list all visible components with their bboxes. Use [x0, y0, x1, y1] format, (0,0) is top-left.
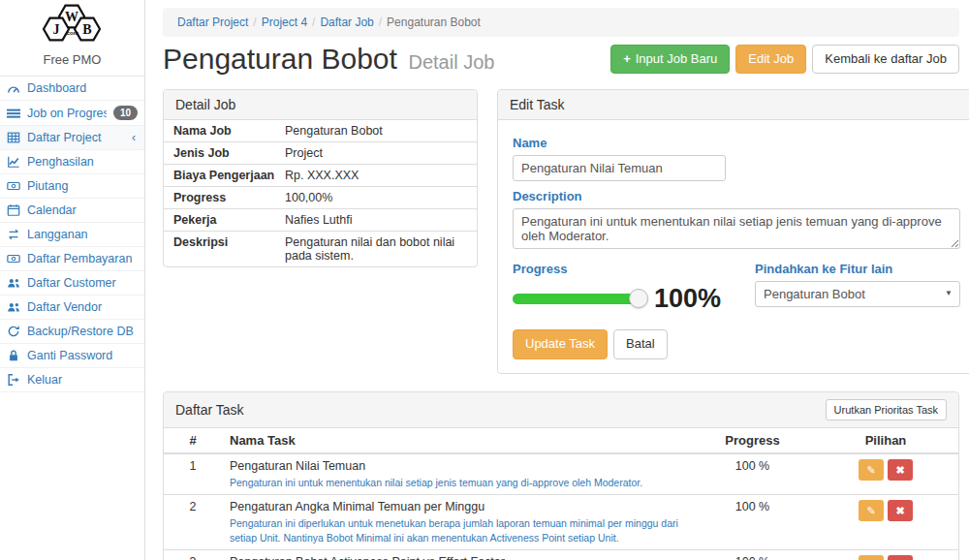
close-icon: ✖ — [895, 464, 904, 477]
delete-task-button[interactable]: ✖ — [888, 555, 913, 560]
detail-value: Rp. XXX.XXX — [285, 169, 467, 182]
sidebar-item-keluar[interactable]: Keluar — [0, 368, 144, 392]
money-icon — [7, 252, 20, 265]
table-row: 1 Pengaturan Nilai Temuan Pengaturan ini… — [164, 453, 958, 495]
input-job-baru-button[interactable]: +Input Job Baru — [610, 45, 730, 75]
detail-row: Pekerja Nafies Luthfi — [164, 209, 477, 232]
edit-job-button[interactable]: Edit Job — [735, 45, 806, 75]
move-feature-select[interactable]: Pengaturan Bobot — [755, 281, 960, 307]
sidebar-item-ganti-password[interactable]: Ganti Password — [0, 344, 144, 368]
sidebar-item-label: Langganan — [27, 228, 141, 241]
sidebar-item-langganan[interactable]: Langganan — [0, 223, 144, 247]
page-title-group: Pengaturan Bobot Detail Job — [163, 43, 494, 76]
edit-task-title: Edit Task — [510, 97, 565, 112]
daftar-task-panel: Daftar Task Urutkan Prioritas Task # Nam… — [163, 391, 959, 560]
breadcrumb-link-daftar-project[interactable]: Daftar Project — [177, 16, 248, 29]
task-progress: 100 % — [692, 453, 813, 495]
sidebar-item-daftar-project[interactable]: Daftar Project ‹ — [0, 126, 144, 150]
detail-label: Deskripsi — [173, 235, 285, 263]
tasks-icon — [7, 107, 20, 120]
jwb-logo-icon: W J B .com — [37, 4, 109, 47]
brand-name: Free PMO — [0, 52, 144, 67]
sidebar-item-backup-restore[interactable]: Backup/Restore DB — [0, 320, 144, 344]
urutkan-prioritas-task-button-top[interactable]: Urutkan Prioritas Task — [826, 399, 947, 420]
breadcrumb-separator: / — [374, 16, 387, 29]
sidebar-item-label: Keluar — [27, 373, 141, 387]
sidebar-item-calendar[interactable]: Calendar — [0, 199, 144, 223]
logo-area: W J B .com Free PMO — [0, 0, 144, 67]
refresh-icon — [7, 325, 20, 338]
users-icon — [7, 276, 20, 290]
detail-value: Project — [285, 146, 467, 160]
svg-text:.com: .com — [64, 30, 78, 36]
breadcrumb-link-daftar-job[interactable]: Daftar Job — [320, 16, 373, 29]
breadcrumb-separator: / — [248, 16, 261, 29]
delete-task-button[interactable]: ✖ — [888, 500, 913, 521]
edit-task-button[interactable]: ✎ — [859, 500, 884, 521]
sidebar-item-label: Daftar Vendor — [27, 300, 141, 314]
detail-job-panel-heading: Detail Job — [164, 90, 477, 120]
delete-task-button[interactable]: ✖ — [888, 459, 913, 481]
sidebar-item-label: Ganti Password — [27, 349, 141, 362]
sidebar-item-daftar-pembayaran[interactable]: Daftar Pembayaran — [0, 247, 144, 271]
sidebar-item-label: Dashboard — [27, 81, 141, 95]
edit-task-panel-heading: Edit Task — [498, 90, 969, 120]
sidebar-item-job-on-progress[interactable]: Job on Progress 10 — [0, 101, 144, 126]
task-name: Pengaturan Angka Minimal Temuan per Ming… — [230, 500, 684, 513]
task-name: Pengaturan Bobot Activeness Point vs Eff… — [230, 555, 684, 560]
breadcrumb: Daftar Project/Project 4/Daftar Job/Peng… — [163, 8, 959, 37]
task-name: Pengaturan Nilai Temuan — [230, 459, 684, 473]
chart-line-icon — [7, 155, 20, 169]
column-header-name: Nama Task — [222, 428, 692, 453]
sidebar-item-penghasilan[interactable]: Penghasilan — [0, 150, 144, 174]
table-row: 2 Pengaturan Angka Minimal Temuan per Mi… — [164, 495, 958, 549]
detail-value: Pengaturan Bobot — [285, 124, 467, 138]
detail-job-panel: Detail Job Nama Job Pengaturan Bobot Jen… — [163, 89, 478, 267]
sidebar-item-daftar-customer[interactable]: Daftar Customer — [0, 271, 144, 296]
pencil-icon: ✎ — [866, 505, 875, 517]
sidebar-item-label: Piutang — [27, 179, 141, 193]
sidebar-item-label: Daftar Project — [27, 131, 125, 144]
edit-task-button[interactable]: ✎ — [859, 459, 884, 481]
detail-label: Pekerja — [173, 213, 285, 227]
sidebar-item-piutang[interactable]: Piutang — [0, 174, 144, 199]
task-name-input[interactable] — [513, 155, 726, 181]
description-label: Description — [513, 189, 960, 203]
task-description: Pengaturan ini untuk menentukan nilai se… — [230, 476, 684, 489]
svg-text:J: J — [52, 22, 59, 37]
main-content: Daftar Project/Project 4/Daftar Job/Peng… — [145, 0, 969, 560]
detail-row: Nama Job Pengaturan Bobot — [164, 120, 477, 142]
svg-text:B: B — [82, 22, 91, 37]
batal-button[interactable]: Batal — [613, 329, 668, 359]
breadcrumb-link-project-4[interactable]: Project 4 — [262, 16, 307, 29]
table-row: 3 Pengaturan Bobot Activeness Point vs E… — [164, 549, 958, 560]
lock-icon — [7, 349, 20, 362]
progress-slider[interactable] — [513, 294, 639, 304]
detail-value: Pengaturan nilai dan bobot nilai pada si… — [285, 235, 467, 263]
detail-value: Nafies Luthfi — [285, 213, 467, 227]
column-header-progress: Progress — [692, 428, 813, 453]
dashboard-icon — [7, 81, 20, 95]
svg-text:W: W — [65, 10, 78, 24]
page-title: Pengaturan Bobot — [163, 43, 397, 75]
close-icon: ✖ — [895, 505, 904, 517]
task-description: Pengaturan ini diperlukan untuk menetuka… — [230, 516, 684, 544]
detail-row: Biaya Pengerjaan Rp. XXX.XXX — [164, 165, 477, 187]
name-label: Name — [513, 136, 960, 150]
sign-out-icon — [7, 373, 20, 387]
task-num: 3 — [164, 549, 222, 560]
sidebar-item-dashboard[interactable]: Dashboard — [0, 77, 144, 101]
progress-label: Progress — [513, 262, 755, 276]
detail-row: Progress 100,00% — [164, 187, 477, 209]
task-description-textarea[interactable]: Pengaturan ini untuk menentukan nilai se… — [513, 208, 960, 249]
progress-slider-fill — [513, 294, 639, 304]
update-task-button[interactable]: Update Task — [513, 329, 608, 359]
page-subtitle: Detail Job — [409, 51, 495, 73]
progress-slider-handle[interactable] — [629, 289, 648, 308]
sidebar-item-daftar-vendor[interactable]: Daftar Vendor — [0, 296, 144, 320]
task-num: 2 — [164, 495, 222, 549]
edit-task-button[interactable]: ✎ — [859, 555, 884, 560]
column-header-num: # — [164, 428, 222, 453]
kembali-ke-daftar-job-button[interactable]: Kembali ke daftar Job — [812, 45, 959, 75]
sidebar-item-label: Penghasilan — [27, 155, 141, 169]
